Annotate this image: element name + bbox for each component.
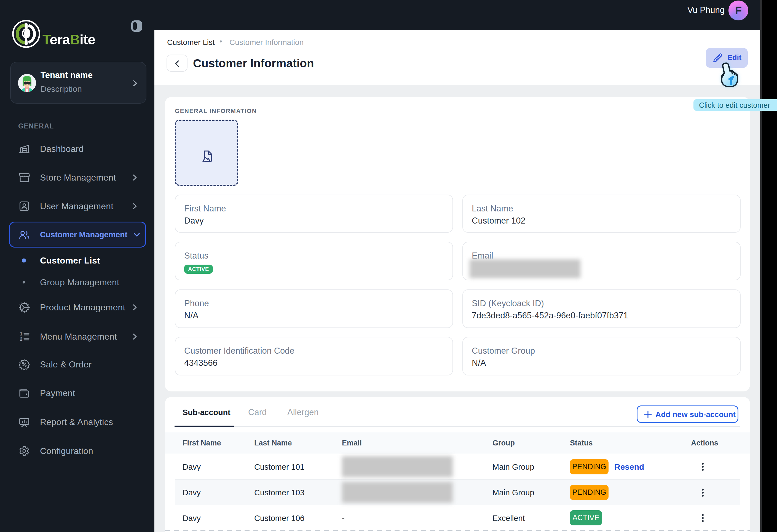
- svg-text:1: 1: [20, 331, 22, 337]
- svg-text:2: 2: [20, 337, 22, 342]
